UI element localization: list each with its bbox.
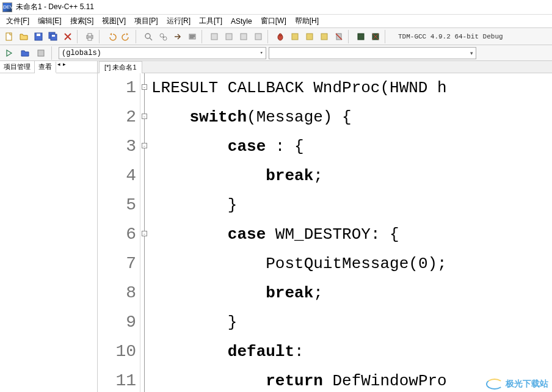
redo-icon[interactable] <box>120 30 133 43</box>
close-icon[interactable] <box>61 30 74 43</box>
toolbar-separator <box>385 30 388 43</box>
fold-toggle-icon[interactable]: - <box>142 114 147 119</box>
editor-area: [*] 未命名1 1234567891011 ---- LRESULT CALL… <box>98 61 552 392</box>
svg-rect-5 <box>52 35 55 37</box>
svg-rect-7 <box>88 34 92 36</box>
svg-rect-14 <box>226 34 232 40</box>
code-line[interactable]: default: <box>151 337 552 366</box>
code-line[interactable]: case WM_DESTROY: { <box>151 220 552 249</box>
stop-debug-icon[interactable] <box>332 30 346 43</box>
toolbar-main: TDM-GCC 4.9.2 64-bit Debug <box>0 28 552 45</box>
svg-point-18 <box>279 34 281 36</box>
svg-rect-0 <box>6 33 12 40</box>
line-number: 11 <box>98 366 136 392</box>
scope-combo[interactable]: (globals) ▾ <box>59 47 266 59</box>
save-icon[interactable] <box>32 30 45 43</box>
toolbar-separator <box>99 30 103 43</box>
editor-tabs: [*] 未命名1 <box>98 61 552 73</box>
compile-run-icon[interactable] <box>237 30 250 43</box>
new-file-icon[interactable] <box>2 30 16 43</box>
sidebar-tab-view[interactable]: 查看 <box>35 62 56 73</box>
fold-toggle-icon[interactable]: - <box>142 231 147 236</box>
code-line[interactable]: break; <box>151 161 552 191</box>
replace-icon[interactable] <box>156 30 170 43</box>
bookmark-icon[interactable] <box>186 30 199 43</box>
line-number: 9 <box>98 308 136 337</box>
new-class-icon[interactable] <box>34 46 48 60</box>
code-line[interactable]: } <box>151 191 552 220</box>
line-number: 1 <box>98 73 136 103</box>
code-line[interactable]: } <box>151 308 552 337</box>
menu-help[interactable]: 帮助[H] <box>291 15 322 27</box>
line-number: 7 <box>98 249 136 278</box>
code-line[interactable]: PostQuitMessage(0); <box>151 249 552 278</box>
fold-column: ---- <box>140 73 149 392</box>
code-line[interactable]: break; <box>151 278 552 308</box>
line-number-gutter: 1234567891011 <box>98 73 140 392</box>
code-line[interactable]: switch(Message) { <box>151 103 552 132</box>
code-line[interactable]: case : { <box>151 132 552 161</box>
titlebar: DEV 未命名1 - Dev-C++ 5.11 <box>0 0 552 15</box>
code-editor[interactable]: 1234567891011 ---- LRESULT CALLBACK WndP… <box>98 73 552 392</box>
delete-profile-icon[interactable] <box>369 30 382 43</box>
context-combo[interactable]: ▾ <box>269 47 476 59</box>
fold-toggle-icon[interactable]: - <box>142 84 147 90</box>
rebuild-icon[interactable] <box>252 30 265 43</box>
svg-rect-25 <box>38 50 44 56</box>
run-arrow-icon[interactable] <box>2 46 16 60</box>
compile-icon[interactable] <box>208 30 221 43</box>
step-into-icon[interactable] <box>303 30 316 43</box>
menu-astyle[interactable]: AStyle <box>227 16 256 27</box>
code-line[interactable]: LRESULT CALLBACK WndProc(HWND h <box>151 73 552 103</box>
sidebar-nav-left-icon[interactable]: ◂ <box>56 61 62 73</box>
toolbar-separator <box>267 30 271 43</box>
save-all-icon[interactable] <box>46 30 60 43</box>
debug-icon[interactable] <box>274 30 287 43</box>
line-number: 8 <box>98 278 136 308</box>
svg-rect-23 <box>358 34 364 40</box>
print-icon[interactable] <box>83 30 96 43</box>
svg-rect-16 <box>255 34 261 40</box>
profile-icon[interactable] <box>354 30 368 43</box>
toolbar-separator <box>77 30 81 43</box>
menu-project[interactable]: 项目[P] <box>131 15 162 27</box>
fold-toggle-icon[interactable]: - <box>142 143 147 148</box>
compiler-selector[interactable]: TDM-GCC 4.9.2 64-bit Debug <box>393 32 508 42</box>
menu-window[interactable]: 窗口[W] <box>257 15 290 27</box>
line-number: 10 <box>98 337 136 366</box>
toolbar-separator <box>348 30 352 43</box>
svg-rect-8 <box>88 38 92 40</box>
svg-rect-20 <box>307 34 313 40</box>
menu-file[interactable]: 文件[F] <box>2 15 33 27</box>
step-over-icon[interactable] <box>288 30 302 43</box>
menu-view[interactable]: 视图[V] <box>98 15 129 27</box>
app-icon: DEV <box>2 2 12 12</box>
menu-edit[interactable]: 编辑[E] <box>34 15 65 27</box>
toolbar-separator <box>202 30 205 43</box>
svg-rect-19 <box>292 34 298 40</box>
line-number: 3 <box>98 132 136 161</box>
menu-run[interactable]: 运行[R] <box>163 15 194 27</box>
code-line[interactable]: return DefWindowPro <box>151 366 552 392</box>
menu-tools[interactable]: 工具[T] <box>195 15 226 27</box>
line-number: 4 <box>98 161 136 191</box>
goto-icon[interactable] <box>171 30 184 43</box>
chevron-down-icon: ▾ <box>470 50 473 56</box>
undo-icon[interactable] <box>105 30 118 43</box>
code-content[interactable]: LRESULT CALLBACK WndProc(HWND h switch(M… <box>149 73 552 392</box>
menubar: 文件[F] 编辑[E] 搜索[S] 视图[V] 项目[P] 运行[R] 工具[T… <box>0 15 552 28</box>
open-file-icon[interactable] <box>17 30 31 43</box>
menu-search[interactable]: 搜索[S] <box>67 15 98 27</box>
line-number: 5 <box>98 191 136 220</box>
run-icon[interactable] <box>222 30 236 43</box>
toolbar-separator <box>136 30 139 43</box>
sidebar-tab-project[interactable]: 项目管理 <box>0 61 35 73</box>
editor-tab-untitled1[interactable]: [*] 未命名1 <box>99 61 142 73</box>
find-icon[interactable] <box>142 30 155 43</box>
line-number: 2 <box>98 103 136 132</box>
class-browser-icon[interactable] <box>18 46 32 60</box>
line-number: 6 <box>98 220 136 249</box>
sidebar-nav-right-icon[interactable]: ▸ <box>62 61 67 73</box>
step-out-icon[interactable] <box>318 30 331 43</box>
toolbar-navigation: (globals) ▾ ▾ <box>0 45 552 61</box>
